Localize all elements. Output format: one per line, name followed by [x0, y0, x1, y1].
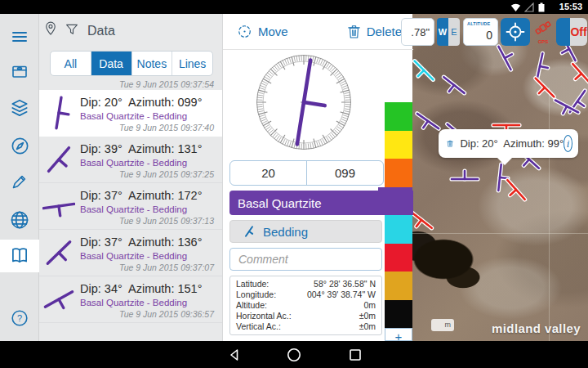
altitude-box: ALTITUDE 0: [463, 18, 498, 46]
unit-text: Basal Quartzite - Bedding: [80, 251, 187, 261]
gps-satellite-icon: [534, 20, 552, 36]
strike-dip-symbol[interactable]: [500, 173, 532, 206]
color-swatch[interactable]: [385, 215, 412, 244]
color-swatch[interactable]: [385, 244, 412, 272]
tab-all[interactable]: All: [51, 52, 91, 75]
move-button[interactable]: Move: [237, 14, 288, 49]
sidebar-item-maps[interactable]: [0, 204, 39, 236]
digital-compass-toggle[interactable]: Off: [556, 18, 587, 46]
filter-icon[interactable]: [65, 22, 79, 37]
strike-dip-symbol[interactable]: [448, 163, 481, 195]
gps-status: GPS: [532, 20, 555, 46]
east-option[interactable]: E: [448, 18, 460, 46]
strike-dip-symbol[interactable]: [412, 54, 440, 87]
altitude-label: ALTITUDE: [467, 21, 490, 26]
dip-azimuth-text: Dip: 20° Azimuth: 099°: [80, 96, 202, 109]
move-label: Move: [258, 25, 288, 38]
android-nav-bar: [0, 341, 588, 368]
home-button[interactable]: [287, 348, 301, 362]
color-swatch[interactable]: [385, 272, 412, 300]
map-zoom-in-button[interactable]: +: [385, 328, 412, 341]
layers-icon: [9, 98, 30, 119]
list-item[interactable]: Dip: 20° Azimuth: 099° Basal Quartzite -…: [39, 90, 222, 137]
timestamp-text: Tue 9 Jun 2015 09:36:57: [119, 309, 214, 319]
data-panel-header: Data: [39, 14, 222, 50]
trash-icon[interactable]: [447, 135, 453, 152]
unit-text: Basal Quartzite - Bedding: [80, 158, 187, 168]
unit-text: Basal Quartzite - Bedding: [80, 111, 187, 121]
sidebar-item-draw[interactable]: [0, 165, 39, 198]
detail-header: Move Delete: [223, 14, 413, 50]
compass-dial-svg[interactable]: [251, 49, 357, 155]
signal-icon: [524, 2, 534, 12]
color-swatch[interactable]: [385, 102, 412, 131]
unit-text: Basal Quartzite - Bedding: [80, 204, 187, 214]
loc-label: Longitude:: [236, 289, 276, 300]
clock: 15:53: [559, 2, 582, 11]
category-label: Bedding: [263, 225, 308, 239]
color-swatch[interactable]: [385, 300, 412, 329]
map-view[interactable]: m midland valley: [412, 14, 588, 341]
gps-center-button[interactable]: [501, 18, 530, 46]
category-button[interactable]: Bedding: [229, 220, 382, 243]
west-east-toggle[interactable]: W E: [437, 18, 460, 46]
target-icon: [506, 22, 525, 42]
toggle-off-segment[interactable]: Off: [570, 18, 587, 46]
list-item[interactable]: Dip: 39° Azimuth: 131° Basal Quartzite -…: [39, 137, 222, 183]
sidebar-item-notebook[interactable]: [0, 240, 39, 272]
tab-notes[interactable]: Notes: [132, 52, 173, 75]
comment-input[interactable]: [229, 248, 382, 271]
timestamp-text: Tue 9 Jun 2015 09:37:07: [119, 263, 214, 272]
dip-input[interactable]: 20: [230, 161, 307, 185]
compass-icon: [10, 136, 30, 156]
back-button[interactable]: [228, 348, 241, 361]
list-item[interactable]: Dip: 37° Azimuth: 136° Basal Quartzite -…: [39, 230, 222, 276]
sidebar-item-projects[interactable]: [0, 55, 39, 88]
tab-lines[interactable]: Lines: [172, 52, 212, 75]
strike-dip-symbol[interactable]: [550, 90, 583, 123]
west-option[interactable]: W: [437, 18, 448, 46]
loc-value: 0m: [363, 300, 376, 311]
unit-text: Basal Quartzite - Bedding: [80, 298, 187, 307]
menu-icon: [10, 27, 29, 47]
color-swatch[interactable]: [385, 131, 412, 159]
info-icon[interactable]: i: [564, 135, 572, 152]
bedding-icon: [243, 225, 255, 238]
list-item[interactable]: Dip: 34° Azimuth: 151° Basal Quartzite -…: [39, 276, 222, 323]
loc-value: 004° 39' 38.74" W: [307, 289, 376, 300]
map-callout: Dip: 20° Azimuth: 99° i: [439, 129, 578, 158]
dip-azimuth-text: Dip: 34° Azimuth: 151°: [80, 282, 202, 295]
panel-title: Data: [87, 24, 115, 38]
wifi-icon: [510, 2, 521, 12]
sidebar-item-compass[interactable]: [0, 129, 39, 162]
strike-dip-symbol[interactable]: [488, 42, 521, 74]
loc-label: Altitude:: [236, 300, 267, 311]
app-sidebar: ?: [0, 14, 39, 341]
trash-icon: [347, 24, 361, 39]
loc-value: 58° 28' 36.58" N: [314, 279, 376, 289]
loc-label: Horizontal Ac.:: [236, 311, 292, 321]
location-pin-icon[interactable]: [43, 20, 58, 37]
battery-icon: [538, 2, 545, 12]
location-info: Latitude:58° 28' 36.58" N Longitude:004°…: [229, 276, 382, 335]
color-swatch[interactable]: [385, 159, 412, 187]
sidebar-item-menu[interactable]: [0, 20, 39, 53]
archive-box-icon: [10, 61, 29, 81]
list-item[interactable]: Dip: 37° Azimuth: 172° Basal Quartzite -…: [39, 183, 222, 230]
tab-data[interactable]: Data: [91, 52, 132, 75]
recents-button[interactable]: [349, 348, 362, 361]
loc-label: Latitude:: [236, 279, 269, 289]
android-status-bar: 15:53: [0, 0, 588, 14]
strike-dip-symbol[interactable]: [412, 204, 438, 236]
toggle-on-segment[interactable]: [556, 18, 570, 46]
sidebar-item-help[interactable]: ?: [0, 302, 39, 334]
row-dip-glyph: [42, 141, 75, 178]
sidebar-item-layers[interactable]: [0, 92, 39, 125]
color-swatch[interactable]: [378, 187, 412, 216]
delete-button[interactable]: Delete: [347, 14, 402, 49]
azimuth-input[interactable]: 099: [307, 161, 383, 185]
loc-label: Vertical Ac.:: [236, 321, 281, 332]
loc-value: ±0m: [359, 321, 376, 332]
dip-azimuth-text: Dip: 37° Azimuth: 172°: [80, 189, 202, 202]
strike-dip-symbol[interactable]: [438, 69, 470, 101]
